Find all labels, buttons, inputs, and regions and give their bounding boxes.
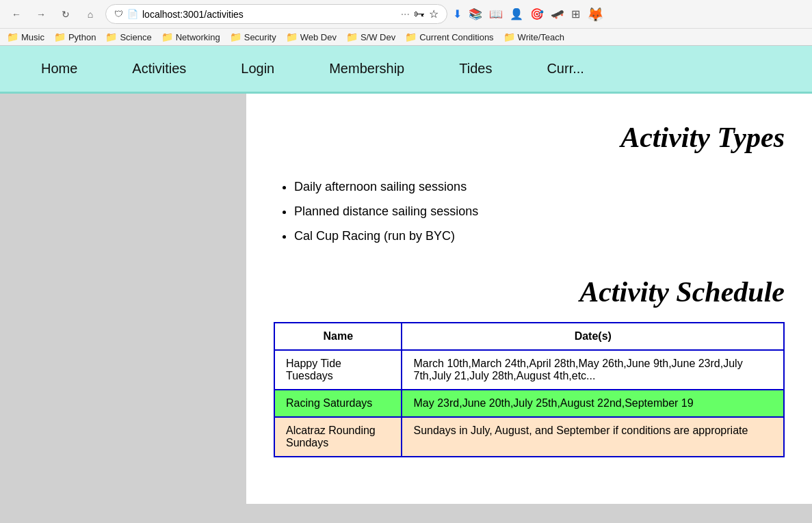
page-icon: 📄 (127, 9, 138, 19)
row-dates: May 23rd,June 20th,July 25th,August 22nd… (402, 390, 784, 417)
bookmark-label: Networking (176, 32, 220, 42)
ellipsis-icon: ··· (401, 8, 410, 21)
bookmark-security[interactable]: 📁 Security (230, 31, 276, 42)
folder-icon: 📁 (230, 31, 241, 42)
bookmark-write-teach[interactable]: 📁 Write/Teach (503, 31, 564, 42)
bookmark-science[interactable]: 📁 Science (105, 31, 151, 42)
table-row: Alcatraz Rounding Sundays Sundays in Jul… (274, 417, 784, 457)
url-input[interactable] (142, 9, 397, 20)
list-item: Daily afternoon sailing sessions (294, 174, 785, 199)
forward-button[interactable]: → (31, 5, 51, 24)
nav-tides[interactable]: Tides (432, 46, 519, 92)
bookmark-label: Music (21, 32, 44, 42)
activity-types-list: Daily afternoon sailing sessions Planned… (294, 174, 785, 248)
back-button[interactable]: ← (7, 5, 26, 24)
tracking-icon[interactable]: 🎯 (530, 8, 544, 21)
col-header-dates: Date(s) (402, 323, 784, 350)
row-dates: Sundays in July, August, and September i… (402, 417, 784, 457)
browser-toolbar-icons: ⬇ 📚 📖 👤 🎯 🛹 ⊞ 🦊 (453, 6, 604, 23)
row-name: Happy Tide Tuesdays (274, 350, 402, 390)
account-icon[interactable]: 👤 (510, 8, 523, 21)
browser-chrome: ← → ↻ ⌂ 🛡 📄 ··· 🗝 ☆ ⬇ 📚 📖 👤 🎯 🛹 ⊞ 🦊 📁 Mu… (0, 0, 812, 46)
bookmark-label: Security (244, 32, 276, 42)
bookmark-swdev[interactable]: 📁 S/W Dev (346, 31, 395, 42)
bookmark-label: Python (68, 32, 96, 42)
shield-icon: 🛡 (114, 9, 123, 19)
refresh-button[interactable]: ↻ (56, 5, 75, 24)
bookmark-python[interactable]: 📁 Python (54, 31, 96, 42)
nav-home[interactable]: Home (14, 46, 105, 92)
folder-icon: 📁 (105, 31, 117, 42)
reader-icon[interactable]: 📖 (489, 8, 503, 21)
overflow-icon[interactable]: 🦊 (587, 6, 604, 23)
browser-toolbar: ← → ↻ ⌂ 🛡 📄 ··· 🗝 ☆ ⬇ 📚 📖 👤 🎯 🛹 ⊞ 🦊 (0, 0, 812, 28)
grid-icon[interactable]: ⊞ (571, 8, 580, 21)
folder-icon: 📁 (405, 31, 417, 42)
left-sidebar (0, 94, 123, 504)
bookmark-label: Web Dev (300, 32, 337, 42)
bookmark-music[interactable]: 📁 Music (7, 31, 44, 42)
schedule-title: Activity Schedule (274, 276, 785, 308)
folder-icon: 📁 (7, 31, 18, 42)
pocket-icon: 🗝 (414, 8, 425, 21)
folder-icon: 📁 (503, 31, 515, 42)
download-icon[interactable]: ⬇ (453, 8, 462, 21)
list-item: Cal Cup Racing (run by BYC) (294, 224, 785, 248)
navbar: Home Activities Login Membership Tides C… (0, 46, 812, 94)
table-row: Happy Tide Tuesdays March 10th,March 24t… (274, 350, 784, 390)
nav-login[interactable]: Login (213, 46, 302, 92)
page-title: Activity Types (274, 121, 785, 154)
bookmark-current-conditions[interactable]: 📁 Current Conditions (405, 31, 493, 42)
page-wrapper: Activity Types Daily afternoon sailing s… (0, 94, 812, 523)
address-bar: 🛡 📄 ··· 🗝 ☆ (105, 4, 447, 24)
home-button[interactable]: ⌂ (81, 5, 100, 24)
folder-icon: 📁 (346, 31, 358, 42)
library-icon[interactable]: 📚 (469, 8, 482, 21)
list-item: Planned distance sailing sessions (294, 199, 785, 224)
folder-icon: 📁 (286, 31, 298, 42)
row-dates: March 10th,March 24th,April 28th,May 26t… (402, 350, 784, 390)
col-header-name: Name (274, 323, 402, 350)
bookmark-label: Science (120, 32, 151, 42)
nav-activities[interactable]: Activities (105, 46, 213, 92)
folder-icon: 📁 (161, 31, 173, 42)
bookmark-webdev[interactable]: 📁 Web Dev (286, 31, 337, 42)
content-area: Activity Types Daily afternoon sailing s… (246, 94, 812, 504)
table-row: Racing Saturdays May 23rd,June 20th,July… (274, 390, 784, 417)
bookmark-networking[interactable]: 📁 Networking (161, 31, 220, 42)
bookmark-label: Write/Teach (518, 32, 564, 42)
extension-icon[interactable]: 🛹 (551, 8, 564, 21)
star-icon: ☆ (429, 8, 438, 21)
schedule-table: Name Date(s) Happy Tide Tuesdays March 1… (274, 322, 785, 457)
folder-icon: 📁 (54, 31, 66, 42)
activity-types: Daily afternoon sailing sessions Planned… (274, 174, 785, 248)
row-name: Alcatraz Rounding Sundays (274, 417, 402, 457)
row-name: Racing Saturdays (274, 390, 402, 417)
bookmark-label: Current Conditions (419, 32, 493, 42)
bookmark-label: S/W Dev (361, 32, 395, 42)
nav-membership[interactable]: Membership (302, 46, 432, 92)
bookmarks-bar: 📁 Music 📁 Python 📁 Science 📁 Networking … (0, 28, 812, 45)
nav-curr[interactable]: Curr... (519, 46, 611, 92)
